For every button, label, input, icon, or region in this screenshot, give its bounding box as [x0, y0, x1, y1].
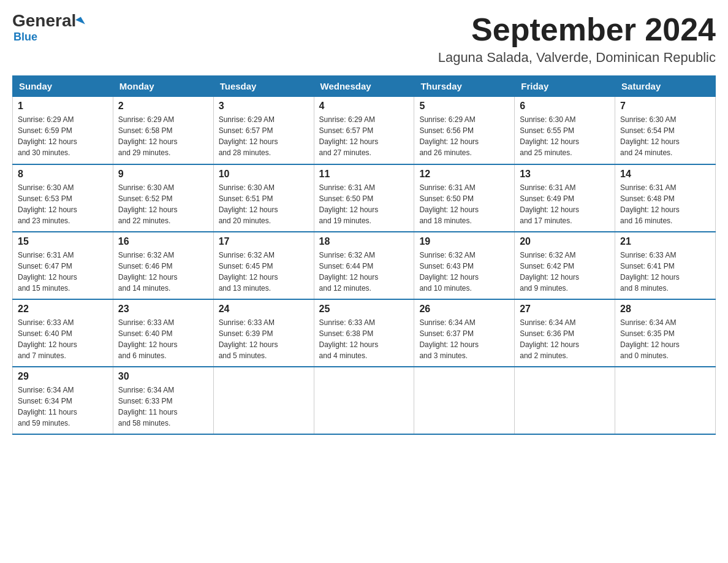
- calendar-day-cell: 13 Sunrise: 6:31 AMSunset: 6:49 PMDaylig…: [515, 164, 615, 232]
- logo-text: General: [12, 12, 83, 29]
- calendar-day-cell: [615, 367, 716, 434]
- calendar-week-row: 8 Sunrise: 6:30 AMSunset: 6:53 PMDayligh…: [13, 164, 716, 232]
- calendar-day-cell: 30 Sunrise: 6:34 AMSunset: 6:33 PMDaylig…: [113, 367, 213, 434]
- calendar-subtitle: Laguna Salada, Valverde, Dominican Repub…: [438, 50, 716, 66]
- calendar-day-cell: 8 Sunrise: 6:30 AMSunset: 6:53 PMDayligh…: [13, 164, 113, 232]
- calendar-day-cell: 28 Sunrise: 6:34 AMSunset: 6:35 PMDaylig…: [615, 299, 716, 367]
- calendar-week-row: 22 Sunrise: 6:33 AMSunset: 6:40 PMDaylig…: [13, 299, 716, 367]
- day-number: 13: [520, 169, 610, 180]
- logo-sub: Blue: [13, 31, 37, 44]
- calendar-day-cell: 19 Sunrise: 6:32 AMSunset: 6:43 PMDaylig…: [414, 232, 515, 299]
- weekday-header-tuesday: Tuesday: [213, 76, 314, 97]
- page-header: General Blue September 2024 Laguna Salad…: [12, 12, 716, 66]
- logo: General Blue: [12, 12, 83, 44]
- day-number: 4: [319, 101, 409, 112]
- weekday-header-sunday: Sunday: [13, 76, 113, 97]
- calendar-day-cell: 14 Sunrise: 6:31 AMSunset: 6:48 PMDaylig…: [615, 164, 716, 232]
- calendar-day-cell: 25 Sunrise: 6:33 AMSunset: 6:38 PMDaylig…: [314, 299, 414, 367]
- calendar-week-row: 15 Sunrise: 6:31 AMSunset: 6:47 PMDaylig…: [13, 232, 716, 299]
- day-info: Sunrise: 6:30 AMSunset: 6:55 PMDaylight:…: [520, 114, 610, 158]
- calendar-day-cell: 22 Sunrise: 6:33 AMSunset: 6:40 PMDaylig…: [13, 299, 113, 367]
- day-number: 27: [520, 304, 610, 315]
- calendar-day-cell: 7 Sunrise: 6:30 AMSunset: 6:54 PMDayligh…: [615, 97, 716, 164]
- day-number: 28: [620, 304, 710, 315]
- weekday-header-wednesday: Wednesday: [314, 76, 414, 97]
- calendar-day-cell: 12 Sunrise: 6:31 AMSunset: 6:50 PMDaylig…: [414, 164, 515, 232]
- day-number: 7: [620, 101, 710, 112]
- day-number: 14: [620, 169, 710, 180]
- day-number: 9: [118, 169, 208, 180]
- day-info: Sunrise: 6:34 AMSunset: 6:37 PMDaylight:…: [419, 317, 509, 361]
- calendar-day-cell: [213, 367, 314, 434]
- calendar-day-cell: [314, 367, 414, 434]
- day-number: 23: [118, 304, 208, 315]
- day-number: 10: [219, 169, 309, 180]
- calendar-day-cell: 2 Sunrise: 6:29 AMSunset: 6:58 PMDayligh…: [113, 97, 213, 164]
- logo-triangle-icon: [75, 17, 85, 27]
- day-number: 30: [118, 371, 208, 382]
- day-number: 19: [419, 236, 509, 247]
- day-info: Sunrise: 6:29 AMSunset: 6:57 PMDaylight:…: [319, 114, 409, 158]
- calendar-day-cell: 3 Sunrise: 6:29 AMSunset: 6:57 PMDayligh…: [213, 97, 314, 164]
- day-number: 3: [219, 101, 309, 112]
- day-number: 16: [118, 236, 208, 247]
- calendar-day-cell: 26 Sunrise: 6:34 AMSunset: 6:37 PMDaylig…: [414, 299, 515, 367]
- calendar-day-cell: 4 Sunrise: 6:29 AMSunset: 6:57 PMDayligh…: [314, 97, 414, 164]
- day-number: 12: [419, 169, 509, 180]
- day-number: 15: [18, 236, 108, 247]
- day-info: Sunrise: 6:33 AMSunset: 6:40 PMDaylight:…: [118, 317, 208, 361]
- day-number: 2: [118, 101, 208, 112]
- day-number: 24: [219, 304, 309, 315]
- calendar-day-cell: 17 Sunrise: 6:32 AMSunset: 6:45 PMDaylig…: [213, 232, 314, 299]
- day-number: 11: [319, 169, 409, 180]
- calendar-day-cell: 18 Sunrise: 6:32 AMSunset: 6:44 PMDaylig…: [314, 232, 414, 299]
- calendar-day-cell: 15 Sunrise: 6:31 AMSunset: 6:47 PMDaylig…: [13, 232, 113, 299]
- day-info: Sunrise: 6:34 AMSunset: 6:36 PMDaylight:…: [520, 317, 610, 361]
- day-info: Sunrise: 6:32 AMSunset: 6:43 PMDaylight:…: [419, 250, 509, 294]
- calendar-day-cell: [515, 367, 615, 434]
- day-info: Sunrise: 6:32 AMSunset: 6:44 PMDaylight:…: [319, 250, 409, 294]
- day-number: 26: [419, 304, 509, 315]
- day-number: 25: [319, 304, 409, 315]
- calendar-day-cell: 24 Sunrise: 6:33 AMSunset: 6:39 PMDaylig…: [213, 299, 314, 367]
- day-info: Sunrise: 6:30 AMSunset: 6:52 PMDaylight:…: [118, 182, 208, 226]
- day-info: Sunrise: 6:30 AMSunset: 6:54 PMDaylight:…: [620, 114, 710, 158]
- calendar-day-cell: 21 Sunrise: 6:33 AMSunset: 6:41 PMDaylig…: [615, 232, 716, 299]
- calendar-table: SundayMondayTuesdayWednesdayThursdayFrid…: [12, 75, 716, 435]
- calendar-day-cell: 6 Sunrise: 6:30 AMSunset: 6:55 PMDayligh…: [515, 97, 615, 164]
- weekday-header-saturday: Saturday: [615, 76, 716, 97]
- day-info: Sunrise: 6:31 AMSunset: 6:47 PMDaylight:…: [18, 250, 108, 294]
- calendar-day-cell: 1 Sunrise: 6:29 AMSunset: 6:59 PMDayligh…: [13, 97, 113, 164]
- day-info: Sunrise: 6:29 AMSunset: 6:56 PMDaylight:…: [419, 114, 509, 158]
- day-info: Sunrise: 6:31 AMSunset: 6:50 PMDaylight:…: [319, 182, 409, 226]
- day-info: Sunrise: 6:30 AMSunset: 6:53 PMDaylight:…: [18, 182, 108, 226]
- day-number: 21: [620, 236, 710, 247]
- weekday-header-friday: Friday: [515, 76, 615, 97]
- calendar-day-cell: 16 Sunrise: 6:32 AMSunset: 6:46 PMDaylig…: [113, 232, 213, 299]
- calendar-day-cell: 20 Sunrise: 6:32 AMSunset: 6:42 PMDaylig…: [515, 232, 615, 299]
- day-number: 6: [520, 101, 610, 112]
- calendar-day-cell: 27 Sunrise: 6:34 AMSunset: 6:36 PMDaylig…: [515, 299, 615, 367]
- day-number: 18: [319, 236, 409, 247]
- day-number: 20: [520, 236, 610, 247]
- day-info: Sunrise: 6:34 AMSunset: 6:35 PMDaylight:…: [620, 317, 710, 361]
- calendar-week-row: 1 Sunrise: 6:29 AMSunset: 6:59 PMDayligh…: [13, 97, 716, 164]
- weekday-header-monday: Monday: [113, 76, 213, 97]
- calendar-week-row: 29 Sunrise: 6:34 AMSunset: 6:34 PMDaylig…: [13, 367, 716, 434]
- calendar-day-cell: 5 Sunrise: 6:29 AMSunset: 6:56 PMDayligh…: [414, 97, 515, 164]
- day-info: Sunrise: 6:33 AMSunset: 6:40 PMDaylight:…: [18, 317, 108, 361]
- day-info: Sunrise: 6:33 AMSunset: 6:38 PMDaylight:…: [319, 317, 409, 361]
- day-info: Sunrise: 6:32 AMSunset: 6:42 PMDaylight:…: [520, 250, 610, 294]
- day-info: Sunrise: 6:29 AMSunset: 6:59 PMDaylight:…: [18, 114, 108, 158]
- day-info: Sunrise: 6:33 AMSunset: 6:39 PMDaylight:…: [219, 317, 309, 361]
- day-number: 22: [18, 304, 108, 315]
- day-info: Sunrise: 6:31 AMSunset: 6:48 PMDaylight:…: [620, 182, 710, 226]
- calendar-day-cell: 11 Sunrise: 6:31 AMSunset: 6:50 PMDaylig…: [314, 164, 414, 232]
- day-info: Sunrise: 6:34 AMSunset: 6:34 PMDaylight:…: [18, 385, 108, 429]
- day-number: 5: [419, 101, 509, 112]
- title-area: September 2024 Laguna Salada, Valverde, …: [438, 12, 716, 66]
- day-info: Sunrise: 6:34 AMSunset: 6:33 PMDaylight:…: [118, 385, 208, 429]
- day-info: Sunrise: 6:32 AMSunset: 6:46 PMDaylight:…: [118, 250, 208, 294]
- day-number: 29: [18, 371, 108, 382]
- day-info: Sunrise: 6:29 AMSunset: 6:58 PMDaylight:…: [118, 114, 208, 158]
